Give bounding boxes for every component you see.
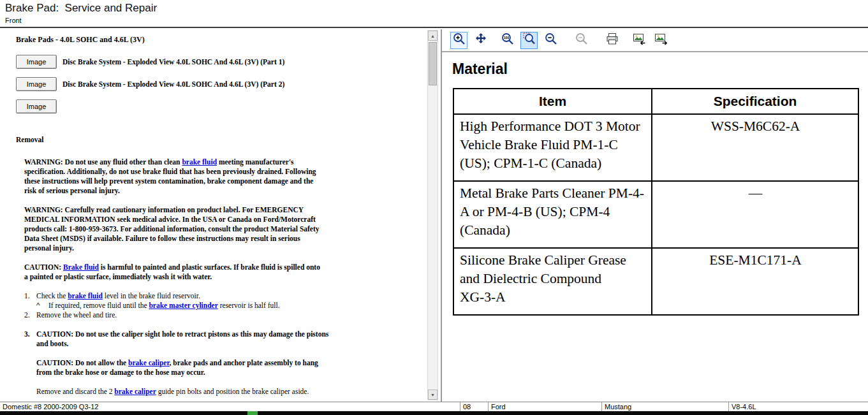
step-3: 3. CAUTION: Do not use the caliper sight… — [24, 330, 329, 349]
text-segment: reservoir is half full. — [218, 302, 280, 309]
brake-fluid-link[interactable]: Brake fluid — [63, 263, 99, 271]
image-button-1[interactable]: Image — [16, 55, 57, 69]
step-text: Check the brake fluid level in the brake… — [36, 291, 329, 301]
removal-heading: Removal — [16, 135, 364, 145]
numbered-steps: 1. Check the brake fluid level in the br… — [24, 291, 364, 349]
image-caption-1: Disc Brake System - Exploded View 4.0L S… — [63, 57, 284, 67]
status-make: Ford — [489, 402, 602, 411]
image-button-3[interactable]: Image — [16, 99, 57, 113]
zoom-window-button[interactable] — [520, 32, 538, 49]
step-text: Remove the wheel and tire. — [36, 310, 329, 320]
page-subtitle: Front — [5, 17, 22, 24]
specification-cell: ESE-M1C171-A — [652, 248, 858, 315]
zoom-100-icon: 100 — [501, 32, 515, 48]
text-segment: CAUTION: Do not allow the — [36, 359, 128, 367]
remove-paragraph: Remove and discard the 2 brake caliper g… — [36, 387, 323, 397]
scroll-down-button[interactable]: ▼ — [428, 390, 438, 400]
text-segment: level in the brake fluid reservoir. — [103, 292, 200, 300]
step-text: CAUTION: Do not use the caliper sight ho… — [36, 330, 329, 349]
table-row: Silicone Brake Caliper Grease and Dielec… — [453, 248, 858, 315]
item-code: XG-3-A — [460, 288, 646, 307]
pan-icon — [474, 32, 488, 48]
scroll-up-icon: ▲ — [430, 34, 435, 38]
status-engine: V8-4.6L — [729, 402, 868, 411]
spacer — [24, 320, 364, 330]
material-heading: Material — [452, 61, 859, 78]
page-title: Brake Pad: Service and Repair — [5, 2, 157, 15]
scroll-down-icon: ▼ — [430, 393, 435, 397]
zoom-window-icon — [522, 32, 536, 48]
image-row-3: Image — [16, 99, 364, 113]
image-row-1: Image Disc Brake System - Exploded View … — [16, 55, 364, 69]
text-segment: CAUTION: — [24, 263, 63, 271]
taskbar-indicator — [247, 411, 258, 415]
pan-button[interactable] — [472, 32, 489, 49]
zoom-previous-button — [573, 32, 590, 49]
item-cell: Metal Brake Parts Cleaner PM-4-A or PM-4… — [453, 181, 652, 248]
text-segment: WARNING: Do not use any fluid other than… — [24, 158, 182, 166]
image-toolbar: 100 — [442, 29, 868, 52]
material-panel: 100 — [441, 29, 868, 402]
zoom-out-icon — [544, 32, 558, 48]
scrollbar-thumb[interactable] — [429, 42, 437, 85]
item-text: Metal Brake Parts Cleaner PM-4-A or PM-4… — [460, 186, 644, 238]
step-1: 1. Check the brake fluid level in the br… — [24, 291, 329, 301]
main-area: Brake Pads - 4.0L SOHC and 4.6L (3V) Ima… — [0, 29, 868, 402]
substep-marker: ^ — [36, 301, 48, 310]
image-caption-2: Disc Brake System - Exploded View 4.0L S… — [63, 80, 284, 89]
table-row: Metal Brake Parts Cleaner PM-4-A or PM-4… — [453, 181, 858, 248]
step-1-sub: ^ If required, remove fluid until the br… — [36, 301, 330, 310]
print-icon — [605, 32, 619, 48]
image-button-2[interactable]: Image — [16, 77, 57, 91]
brake-master-cylinder-link[interactable]: brake master cylinder — [149, 302, 217, 309]
text-segment: If required, remove fluid until the — [48, 302, 149, 309]
brake-caliper-link[interactable]: brake caliper — [128, 359, 169, 367]
status-year: 08 — [460, 402, 489, 411]
image-row-2: Image Disc Brake System - Exploded View … — [16, 77, 364, 91]
text-segment: Remove and discard the 2 — [36, 388, 114, 395]
brake-fluid-link[interactable]: brake fluid — [182, 158, 217, 166]
item-text: High Performance DOT 3 Motor Vehicle Bra… — [460, 119, 640, 171]
text-segment: Check the — [36, 292, 68, 300]
next-image-button[interactable] — [652, 32, 669, 49]
caution-paragraph-2: CAUTION: Do not allow the brake caliper,… — [36, 358, 323, 377]
scroll-up-button[interactable]: ▲ — [428, 31, 438, 41]
substep-text: If required, remove fluid until the brak… — [48, 301, 330, 310]
table-header-row: Item Specification — [453, 89, 858, 114]
step-number: 3. — [24, 330, 36, 349]
print-button[interactable] — [603, 32, 621, 49]
document-heading: Brake Pads - 4.0L SOHC and 4.6L (3V) — [16, 35, 364, 45]
status-bar: Domestic #8 2000-2009 Q3-12 08 Ford Must… — [0, 402, 868, 411]
zoom-out-button[interactable] — [542, 32, 559, 49]
document-content: Brake Pads - 4.0L SOHC and 4.6L (3V) Ima… — [7, 29, 364, 402]
zoom-in-button[interactable] — [450, 32, 467, 49]
text-segment: guide pin bolts and position the brake c… — [156, 388, 309, 395]
material-section: Material Item Specification High Perform… — [442, 52, 868, 402]
item-cell: High Performance DOT 3 Motor Vehicle Bra… — [453, 114, 652, 181]
zoom-in-icon — [452, 32, 466, 48]
column-header-item: Item — [453, 89, 652, 114]
warning-paragraph-2: WARNING: Carefully read cautionary infor… — [24, 205, 322, 253]
taskbar-sliver — [0, 411, 868, 415]
material-table: Item Specification High Performance DOT … — [453, 88, 859, 316]
vertical-scrollbar[interactable]: ▲ ▼ — [427, 30, 438, 400]
specification-cell: — — [652, 181, 858, 248]
header: Brake Pad: Service and Repair Front — [0, 0, 868, 28]
step-2: 2. Remove the wheel and tire. — [24, 310, 329, 320]
brake-caliper-link[interactable]: brake caliper — [114, 388, 156, 395]
warning-paragraph-1: WARNING: Do not use any fluid other than… — [24, 157, 322, 196]
document-panel: Brake Pads - 4.0L SOHC and 4.6L (3V) Ima… — [0, 29, 441, 402]
step-number: 1. — [24, 291, 36, 301]
caution-paragraph-1: CAUTION: Brake fluid is harmful to paint… — [24, 263, 322, 282]
status-coverage: Domestic #8 2000-2009 Q3-12 — [0, 402, 460, 411]
status-model: Mustang — [602, 402, 729, 411]
step-number: 2. — [24, 310, 36, 320]
svg-text:100: 100 — [503, 36, 509, 40]
brake-fluid-link[interactable]: brake fluid — [68, 292, 103, 300]
item-text: Silicone Brake Caliper Grease and Dielec… — [460, 252, 626, 286]
previous-image-button[interactable] — [630, 32, 647, 49]
previous-image-icon — [631, 32, 647, 48]
zoom-100-button[interactable]: 100 — [499, 32, 516, 49]
table-row: High Performance DOT 3 Motor Vehicle Bra… — [453, 114, 858, 181]
column-header-specification: Specification — [652, 89, 858, 114]
